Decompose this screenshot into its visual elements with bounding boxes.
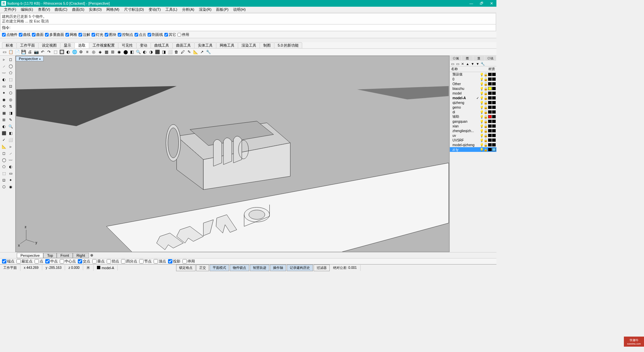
side-tool-20[interactable]: ◐ [1,123,7,130]
side-tool-38[interactable]: ⬡ [1,184,7,190]
side-tool-7[interactable]: ⬚ [7,76,14,83]
filter-注解[interactable]: 注解 [78,32,90,37]
status-正交[interactable]: 正交 [196,265,209,271]
filter-其它[interactable]: 其它 [164,32,176,37]
toolbar-icon-10[interactable]: ◐ [65,49,71,55]
new-layer-icon[interactable]: ▭ [450,61,455,66]
layer-uv[interactable]: uv💡🔓 [450,133,496,138]
side-tool-10[interactable]: ✦ [1,90,7,96]
menu-说明(H)[interactable]: 说明(H) [231,7,248,12]
filter-icon[interactable]: ▼ [475,61,480,66]
side-tool-11[interactable]: ⬡ [7,90,14,96]
viewtab-Front[interactable]: Front [57,253,73,258]
side-tool-6[interactable]: ◐ [1,76,7,83]
tab-5.0 的新功能[interactable]: 5.0 的新功能 [274,42,302,49]
side-tool-8[interactable]: ▭ [1,83,7,90]
side-tool-25[interactable]: ⬜ [7,137,14,143]
side-tool-27[interactable]: ▹ [7,143,14,150]
viewport[interactable]: z y x Perspective [15,56,449,252]
menu-查看(V)[interactable]: 查看(V) [36,7,52,12]
status-平面模式[interactable]: 平面模式 [210,265,229,271]
panel-tab-◎说[interactable]: ◎说 [485,56,496,61]
osnap-顶点[interactable]: 顶点 [154,259,166,264]
viewtab-Perspective[interactable]: Perspective [17,253,43,258]
new-sublayer-icon[interactable]: ▭ [455,61,460,66]
toolbar-icon-16[interactable]: ▦ [103,49,109,55]
status-操作轴[interactable]: 操作轴 [270,265,286,271]
menu-网格(M)[interactable]: 网格(M) [104,7,121,12]
side-tool-19[interactable]: ✎ [7,117,14,123]
menu-实体(O)[interactable]: 实体(O) [87,7,104,12]
status-智慧轨迹[interactable]: 智慧轨迹 [250,265,269,271]
filter-曲面[interactable]: 曲面 [32,32,44,37]
side-tool-9[interactable]: ⊡ [7,83,14,90]
side-tool-33[interactable]: ◐ [7,164,14,170]
toolbar-icon-15[interactable]: ◈ [97,49,103,55]
side-tool-14[interactable]: ⟲ [1,103,7,110]
side-tool-30[interactable]: ◯ [1,157,7,163]
menu-渲染(R)[interactable]: 渲染(R) [197,7,213,12]
filter-控制点[interactable]: 控制点 [118,32,133,37]
add-view-icon[interactable]: ⊕ [90,253,93,257]
filter-停用[interactable]: 停用 [177,32,189,37]
layer-0[interactable]: 0💡🔓 [450,77,496,81]
menu-变动(T)[interactable]: 变动(T) [147,7,163,12]
toolbar-icon-19[interactable]: ⬤ [122,49,128,55]
side-tool-0[interactable]: ▹ [1,56,7,63]
side-tool-12[interactable]: ◉ [1,97,7,103]
side-tool-16[interactable]: ▦ [1,110,7,116]
toolbar-icon-18[interactable]: ◉ [116,49,122,55]
toolbar-icon-12[interactable]: ⚙ [78,49,84,55]
osnap-中心点[interactable]: 中心点 [60,259,76,264]
tab-制图[interactable]: 制图 [260,42,274,49]
command-input[interactable] [10,25,494,30]
layer-qizheng[interactable]: qizheng💡🔓 [450,100,496,105]
filter-多重曲面[interactable]: 多重曲面 [45,32,64,37]
toolbar-icon-20[interactable]: ◧ [129,49,135,55]
toolbar-icon-0[interactable]: ▭ [1,49,7,55]
toolbar-icon-5[interactable]: 📷 [33,49,39,55]
side-tool-37[interactable]: ✦ [7,177,14,183]
layer-model-A[interactable]: model-A✓💡🔓 [450,96,496,100]
side-tool-4[interactable]: 〰 [1,70,7,76]
layer-UVSRF[interactable]: UVSRF💡🔓 [450,138,496,142]
panel-tab-◎属[interactable]: ◎属 [450,56,462,61]
menu-分析(A)[interactable]: 分析(A) [180,7,197,12]
osnap-四分点[interactable]: 四分点 [121,259,137,264]
side-tool-34[interactable]: ⬚ [1,170,7,177]
viewport-label[interactable]: Perspective [16,56,44,61]
toolbar-icon-29[interactable]: ✎ [186,49,192,55]
restore-button[interactable]: 🗗 [476,0,486,7]
toolbar-icon-32[interactable]: 🔧 [205,49,211,55]
tab-选取[interactable]: 选取 [74,42,89,49]
side-tool-23[interactable]: ◧ [7,130,14,136]
side-tool-21[interactable]: 🔍 [7,123,14,130]
tab-标准[interactable]: 标准 [2,42,17,49]
menu-曲面(S)[interactable]: 曲面(S) [70,7,87,12]
tools-icon[interactable]: 🔧 [480,61,485,66]
layer-gemo[interactable]: gemo💡🔓 [450,105,496,110]
toolbar-icon-3[interactable]: 💾 [20,49,26,55]
minimize-button[interactable]: — [466,0,476,7]
tab-曲面工具[interactable]: 曲面工具 [172,42,195,49]
side-tool-35[interactable]: ▭ [7,170,14,177]
tab-渲染工具[interactable]: 渲染工具 [238,42,260,49]
toolbar-icon-31[interactable]: ↗ [199,49,205,55]
current-layer[interactable]: model-A [94,265,118,271]
tab-可见性[interactable]: 可见性 [118,42,137,49]
filter-点云[interactable]: 点云 [135,32,146,37]
toolbar-icon-24[interactable]: ⬛ [154,49,160,55]
tab-变动[interactable]: 变动 [136,42,151,49]
filter-剖面线[interactable]: 剖面线 [148,32,163,37]
osnap-点[interactable]: 点 [35,259,43,264]
osnap-最近点[interactable]: 最近点 [16,259,33,264]
toolbar-icon-11[interactable]: 🌐 [71,49,77,55]
toolbar-icon-25[interactable]: ◨ [161,49,167,55]
osnap-端点[interactable]: 端点 [2,259,14,264]
side-tool-5[interactable]: ⬠ [7,70,14,76]
osnap-切点[interactable]: 切点 [107,259,119,264]
toolbar-icon-30[interactable]: 📐 [193,49,199,55]
viewtab-Top[interactable]: Top [43,253,57,258]
side-tool-15[interactable]: ⇅ [7,103,14,110]
viewtab-Right[interactable]: Right [73,253,89,258]
